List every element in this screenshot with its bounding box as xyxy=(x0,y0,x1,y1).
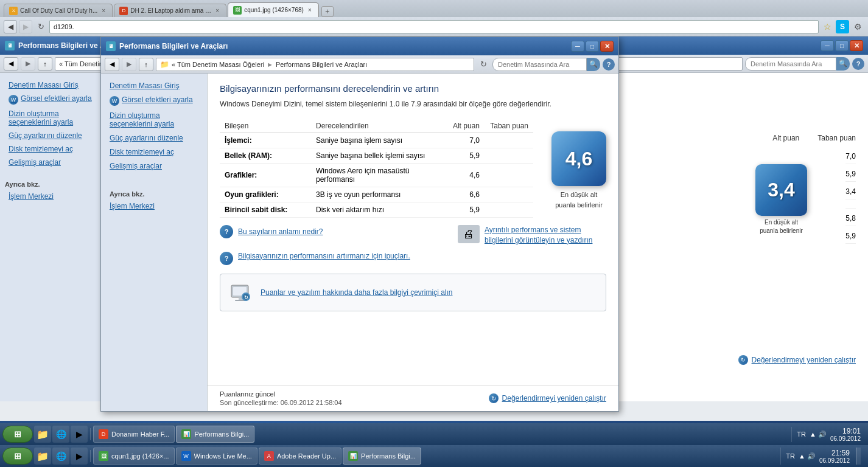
bg-reevaluate-link[interactable]: Değerlendirmeyi yeniden çalıştır xyxy=(752,356,856,364)
new-tab-button[interactable]: + xyxy=(321,6,334,17)
cp-sidebar-action-center[interactable]: İşlem Merkezi xyxy=(106,200,202,212)
browser-tab-2[interactable]: D DH 2. El Laptop aldım ama akl... × xyxy=(114,4,226,17)
tab1-close[interactable]: × xyxy=(100,7,107,15)
cp-sidebar-advanced[interactable]: Gelişmiş araçlar xyxy=(106,160,202,172)
cp-sidebar-index[interactable]: Dizin oluşturma seçeneklerini ayarla xyxy=(106,109,202,130)
tab3-favicon: 🖼 xyxy=(233,6,242,15)
also-label: Ayrıca bkz. xyxy=(106,190,202,198)
bg-nav-up[interactable]: ↑ xyxy=(38,57,52,71)
print-link[interactable]: Ayrıntılı performans ve sistem bilgileri… xyxy=(485,225,606,246)
taskbar-bottom-img[interactable]: 🖼 cqun1.jpg (1426×... xyxy=(93,448,175,465)
tips-link[interactable]: Bilgisayarınızın performansını artırmanı… xyxy=(238,252,410,260)
footer-date: Son güncelleştirme: 06.09.2012 21:58:04 xyxy=(220,399,342,406)
wlm-icon: W xyxy=(181,451,191,461)
top-tray-time-block: 19:01 06.09.2012 xyxy=(830,427,861,442)
taskbar-top-browser[interactable]: 🌐 xyxy=(52,426,69,443)
cp-sidebar-home[interactable]: Denetim Masası Giriş xyxy=(106,80,202,92)
cp-search-btn[interactable]: 🔍 xyxy=(587,58,600,71)
bottom-tray-time: 21:59 xyxy=(819,449,850,457)
start-windows-icon: ⊞ xyxy=(14,429,21,439)
cp-sidebar-power[interactable]: Güç ayarlarını düzenle xyxy=(106,132,202,144)
col-sub: Alt puan xyxy=(442,119,485,133)
start-btn-bottom[interactable]: ⊞ xyxy=(2,448,33,465)
col-rating: Derecelendirilen xyxy=(311,119,442,133)
info-box-text[interactable]: Puanlar ve yazılım hakkında daha fazla b… xyxy=(261,288,452,297)
taskbar-dh-label: Donanım Haber F... xyxy=(111,431,169,438)
bg-close-btn[interactable]: ✕ xyxy=(850,40,863,51)
cp-forward-btn[interactable]: ▶ xyxy=(122,58,136,71)
bg-sidebar-item-visual[interactable]: W Görsel efektleri ayarla xyxy=(5,92,101,106)
taskbar-bottom-browser[interactable]: 🌐 xyxy=(52,448,69,465)
table-row-cpu: İşlemci: Saniye başına işlem sayısı 7,0 xyxy=(220,133,533,148)
bg-nav-back[interactable]: ◀ xyxy=(4,57,18,71)
tools-button[interactable]: ⚙ xyxy=(851,20,864,33)
bg-maximize-btn[interactable]: □ xyxy=(835,40,849,51)
bg-sidebar-item-home[interactable]: Denetim Masası Giriş xyxy=(5,79,101,91)
show-desktop-btn[interactable] xyxy=(856,448,861,465)
star-button[interactable]: ☆ xyxy=(821,20,834,33)
cp-sidebar-visual-label: Görsel efektleri ayarla xyxy=(122,95,193,104)
bg-search-field[interactable] xyxy=(745,57,836,71)
start-windows-icon-bottom: ⊞ xyxy=(14,451,21,461)
bg-badge-label: En düşük altpuanla belirlenir xyxy=(755,218,807,235)
bg-sidebar-item-advanced[interactable]: Gelişmiş araçlar xyxy=(5,156,101,168)
cp-sidebar-disk[interactable]: Disk temizlemeyi aç xyxy=(106,146,202,158)
bg-help-btn[interactable]: ? xyxy=(852,58,864,70)
bg-minimize-btn[interactable]: ─ xyxy=(821,40,834,51)
what-numbers-link[interactable]: Bu sayıların anlamı nedir? xyxy=(238,227,323,236)
refresh-button[interactable]: ↻ xyxy=(34,20,47,33)
top-tray-lang: TR xyxy=(797,431,806,438)
taskbar-bottom-folder[interactable]: 📁 xyxy=(34,448,51,465)
breadcrumb-current: Performans Bilgileri ve Araçları xyxy=(276,61,367,68)
bg-search-btn[interactable]: 🔍 xyxy=(836,57,850,71)
cp-up-btn[interactable]: ↑ xyxy=(139,58,153,71)
bg-nav-forward[interactable]: ▶ xyxy=(21,57,35,71)
cp-search-field[interactable] xyxy=(492,58,587,71)
svg-text:↻: ↻ xyxy=(244,295,248,300)
taskbar-perf-label-bottom: Performans Bilgi... xyxy=(361,452,416,460)
table-row-graphics: Grafikler: Windows Aero için masaüstü pe… xyxy=(220,164,533,187)
cp-maximize-btn[interactable]: □ xyxy=(586,41,599,52)
table-row-disk: Birincil sabit disk: Disk veri aktarım h… xyxy=(220,202,533,218)
taskbar-top-dh[interactable]: D Donanım Haber F... xyxy=(93,426,175,443)
tab1-favicon: ⚔ xyxy=(9,7,18,15)
tab3-close[interactable]: × xyxy=(306,7,313,14)
col-component: Bileşen xyxy=(220,119,311,133)
cp-back-btn[interactable]: ◀ xyxy=(105,58,119,71)
bg-alt-puan-header: Alt puan xyxy=(772,134,799,142)
bg-reevaluate-icon: ↻ xyxy=(738,355,748,365)
score-badge-label: En düşük altpuanla belirlenir xyxy=(551,190,606,210)
adobe-icon: A xyxy=(264,451,274,461)
cp-sidebar-visual[interactable]: W Görsel efektleri ayarla xyxy=(106,94,202,108)
bg-sidebar-item-index[interactable]: Dizin oluşturma seçeneklerini ayarla xyxy=(5,108,101,128)
info-box-icon: ↻ xyxy=(229,280,253,305)
tab2-close[interactable]: × xyxy=(214,7,221,15)
bottom-taskbar: ⊞ 📁 🌐 ▶ 🖼 cqun1.jpg (1426×... W Windows … xyxy=(0,445,868,467)
taskbar-bottom-adobe[interactable]: A Adobe Reader Up... xyxy=(259,448,341,465)
address-bar[interactable] xyxy=(49,20,819,33)
taskbar-top-folder[interactable]: 📁 xyxy=(34,426,51,443)
bg-sidebar: Denetim Masası Giriş W Görsel efektleri … xyxy=(0,73,107,401)
cp-minimize-btn[interactable]: ─ xyxy=(571,41,584,52)
bg-sidebar-item-power[interactable]: Güç ayarlarını düzenle xyxy=(5,130,101,142)
start-btn-top[interactable]: ⊞ xyxy=(2,426,33,443)
taskbar-img-label: cqun1.jpg (1426×... xyxy=(111,452,169,460)
reevaluate-link[interactable]: Değerlendirmeyi yeniden çalıştır xyxy=(502,394,606,403)
score-badge: 4,6 xyxy=(551,131,606,186)
cp-help-btn[interactable]: ? xyxy=(603,58,615,71)
forward-button[interactable]: ▶ xyxy=(19,20,32,33)
back-button[interactable]: ◀ xyxy=(4,20,17,33)
taskbar-top-perf[interactable]: 📊 Performans Bilgi... xyxy=(176,426,254,443)
bg-sidebar-item-action[interactable]: İşlem Merkezi xyxy=(5,190,101,202)
bottom-tray-lang: TR xyxy=(786,452,795,460)
taskbar-bottom-media[interactable]: ▶ xyxy=(71,448,88,465)
taskbar-top-media[interactable]: ▶ xyxy=(71,426,88,443)
cp-close-btn[interactable]: ✕ xyxy=(600,41,614,52)
cp-refresh-nav-btn[interactable]: ↻ xyxy=(477,58,490,71)
browser-tab-3[interactable]: 🖼 cqun1.jpg (868×467) × xyxy=(228,2,319,17)
browser-tab-1[interactable]: ⚔ Call Of Duty Call Of Duty h... × xyxy=(4,4,113,17)
bg-sidebar-item-disk[interactable]: Disk temizlemeyi aç xyxy=(5,143,101,155)
taskbar-bottom-perf[interactable]: 📊 Performans Bilgi... xyxy=(343,448,421,465)
col-base: Taban puan xyxy=(485,119,533,133)
taskbar-bottom-wlm[interactable]: W Windows Live Me... xyxy=(176,448,257,465)
